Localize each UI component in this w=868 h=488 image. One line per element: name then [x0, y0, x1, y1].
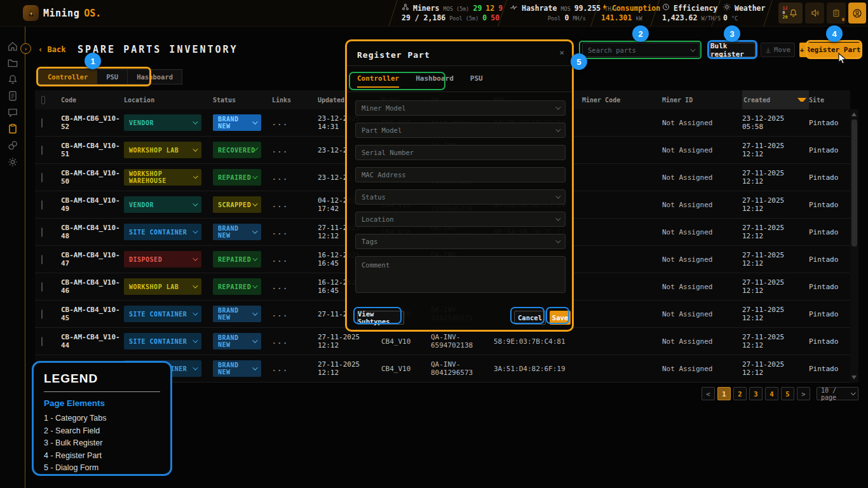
dialog-tab-controller[interactable]: Controller	[357, 74, 399, 88]
table-scrollbar[interactable]	[850, 109, 858, 383]
status-dropdown[interactable]: BRAND NEW	[213, 333, 261, 349]
mac-address-input[interactable]: MAC Address	[355, 167, 566, 182]
row-links-menu[interactable]: ...	[272, 201, 318, 209]
part-model-select[interactable]: Part Model	[355, 123, 566, 138]
row-checkbox[interactable]	[41, 173, 43, 182]
header-site[interactable]: Site	[809, 97, 850, 104]
tab-psu[interactable]: PSU	[97, 70, 128, 84]
status-dropdown[interactable]: REPAIRED	[213, 251, 261, 268]
row-links-menu[interactable]: ...	[272, 310, 318, 318]
status-dropdown[interactable]: BRAND NEW	[213, 360, 261, 377]
location-dropdown[interactable]: VENDOR	[124, 114, 201, 131]
row-checkbox[interactable]	[41, 118, 43, 128]
assets-icon[interactable]	[7, 140, 18, 151]
spare-parts-icon[interactable]	[7, 123, 18, 135]
sidebar-expand-button[interactable]: ›	[20, 43, 31, 54]
row-links-menu[interactable]: ...	[272, 119, 318, 127]
notifications-button[interactable]: 12 0 29	[778, 3, 803, 24]
location-dropdown[interactable]: SITE CONTAINER	[124, 224, 201, 240]
header-links[interactable]: Links	[272, 97, 318, 104]
page-2-button[interactable]: 2	[733, 387, 747, 400]
row-checkbox[interactable]	[41, 255, 43, 264]
location-dropdown[interactable]: SITE CONTAINER	[124, 333, 201, 349]
status-dropdown[interactable]: REPAIRED	[213, 169, 261, 186]
folder-icon[interactable]	[7, 57, 18, 69]
save-button[interactable]: Save	[550, 311, 571, 325]
app-logo[interactable]: Mining OS.	[23, 5, 101, 21]
status-dropdown[interactable]: BRAND NEW	[213, 306, 261, 322]
status-dropdown[interactable]: BRAND NEW	[213, 224, 261, 240]
select-all-checkbox[interactable]	[41, 96, 45, 104]
next-page-button[interactable]: >	[797, 387, 810, 400]
status-dropdown[interactable]: BRAND NEW	[213, 114, 261, 131]
location-dropdown[interactable]: WORKSHOP WAREHOUSE	[124, 169, 201, 186]
row-checkbox[interactable]	[41, 309, 43, 319]
tags-select[interactable]: Tags	[355, 234, 566, 249]
header-status[interactable]: Status	[213, 97, 272, 104]
row-checkbox[interactable]	[41, 282, 43, 292]
header-code[interactable]: Code	[61, 97, 124, 104]
row-links-menu[interactable]: ...	[272, 146, 318, 154]
page-3-button[interactable]: 3	[749, 387, 763, 400]
location-dropdown[interactable]: DISPOSED	[124, 251, 201, 268]
row-checkbox[interactable]	[41, 146, 43, 155]
row-links-menu[interactable]: ...	[272, 173, 318, 182]
row-links-menu[interactable]: ...	[272, 228, 318, 236]
prev-page-button[interactable]: <	[702, 387, 715, 400]
documents-icon[interactable]	[7, 90, 18, 102]
row-links-menu[interactable]: ...	[272, 337, 318, 346]
location-select[interactable]: Location	[355, 212, 566, 227]
header-created[interactable]: Created	[742, 90, 809, 109]
messages-icon[interactable]	[7, 107, 18, 118]
alerts-icon[interactable]	[7, 74, 18, 85]
location-dropdown[interactable]: VENDOR	[124, 196, 201, 213]
scrollbar-thumb[interactable]	[851, 119, 857, 247]
row-checkbox[interactable]	[41, 200, 43, 210]
serial-number-input[interactable]: Serial Number	[355, 145, 566, 160]
dialog-tab-psu[interactable]: PSU	[470, 74, 483, 88]
row-links-menu[interactable]: ...	[272, 365, 318, 373]
scroll-down-icon[interactable]	[851, 376, 857, 379]
tab-hashboard[interactable]: Hashboard	[128, 70, 182, 84]
account-button[interactable]	[848, 3, 866, 24]
back-button[interactable]: ‹ Back	[38, 45, 65, 54]
status-dropdown[interactable]: RECOVERED	[213, 142, 261, 158]
header-miner-id[interactable]: Miner ID	[662, 97, 742, 104]
tab-controller[interactable]: Controller	[39, 70, 97, 84]
comment-textarea[interactable]: Comment	[355, 256, 566, 293]
page-size-select[interactable]: 10 / page	[817, 387, 858, 400]
row-miner-id: Not Assigned	[662, 119, 742, 127]
home-icon[interactable]	[7, 41, 18, 52]
row-links-menu[interactable]: ...	[272, 283, 318, 291]
reports-button[interactable]: 0	[827, 3, 846, 24]
bulk-register-button[interactable]: Bulk register	[710, 43, 756, 57]
page-5-button[interactable]: 5	[781, 387, 794, 400]
location-dropdown[interactable]: WORKSHOP LAB	[124, 278, 201, 295]
register-part-button[interactable]: + Register Part	[799, 43, 861, 57]
close-icon[interactable]: ×	[559, 48, 564, 57]
row-links-menu[interactable]: ...	[272, 255, 318, 264]
chevron-down-icon	[252, 201, 257, 206]
row-miner-id: Not Assigned	[662, 146, 742, 154]
location-dropdown[interactable]: SITE CONTAINER	[124, 306, 201, 322]
search-input[interactable]: Search parts	[582, 43, 700, 57]
settings-icon[interactable]	[7, 156, 18, 168]
miner-model-select[interactable]: Miner Model	[355, 100, 566, 116]
table-row[interactable]: CB-AM-CB4_V10-44 SITE CONTAINER BRAND NE…	[35, 328, 850, 355]
cancel-button[interactable]: Cancel	[514, 311, 546, 325]
scroll-up-icon[interactable]	[851, 112, 857, 116]
row-checkbox[interactable]	[41, 337, 43, 346]
move-button[interactable]: Move	[761, 43, 795, 57]
page-1-button[interactable]: 1	[717, 387, 731, 400]
status-dropdown[interactable]: SCRAPPED	[213, 196, 261, 213]
header-miner-code[interactable]: Miner Code	[582, 97, 662, 104]
page-4-button[interactable]: 4	[765, 387, 778, 400]
header-location[interactable]: Location	[124, 97, 213, 104]
location-dropdown[interactable]: WORKSHOP LAB	[124, 142, 201, 158]
sound-button[interactable]	[805, 3, 824, 24]
row-checkbox[interactable]	[41, 227, 43, 237]
status-select[interactable]: Status	[355, 189, 566, 205]
status-dropdown[interactable]: REPAIRED	[213, 278, 261, 295]
view-subtypes-button[interactable]: View Subtypes	[357, 311, 404, 325]
dialog-tab-hashboard[interactable]: Hashboard	[416, 74, 454, 88]
